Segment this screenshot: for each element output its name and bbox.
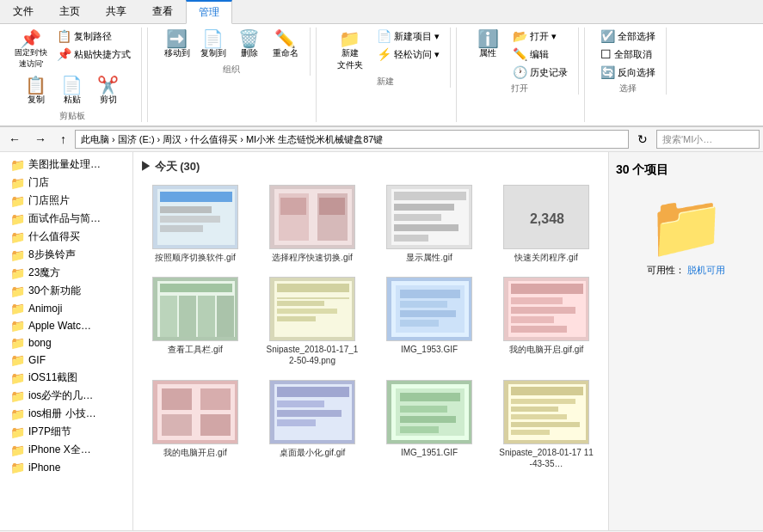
file-item-9[interactable]: 桌面最小化.gif.gif — [257, 376, 367, 473]
cut-button[interactable]: ✂️ 剪切 — [91, 74, 126, 108]
svg-rect-23 — [160, 284, 232, 292]
pin-icon: 📌 — [20, 30, 41, 47]
file-item-10[interactable]: IMG_1951.GIF — [374, 376, 484, 473]
file-item-7[interactable]: 我的电脑开启.gif.gif — [491, 273, 601, 370]
rightpanel-availability: 可用性： 脱机可用 — [647, 264, 725, 277]
new-folder-button[interactable]: 📁 新建文件夹 — [329, 28, 372, 74]
file-name-0: 按照顺序切换软件.gif — [155, 252, 235, 263]
sidebar-item-7[interactable]: 📁 30个新功能 — [0, 282, 132, 300]
file-thumb-3: 2,348 — [503, 185, 589, 249]
deselect-all-button[interactable]: ☐ 全部取消 — [597, 46, 659, 63]
sidebar-item-14[interactable]: 📁 ios相册 小技… — [0, 405, 132, 423]
copy-button[interactable]: 📋 复制 — [19, 74, 53, 108]
sidebar-item-8[interactable]: 📁 Animoji — [0, 300, 132, 317]
thumb-svg-11 — [504, 380, 588, 444]
tab-view[interactable]: 查看 — [139, 0, 186, 23]
history-button[interactable]: 🕐 历史记录 — [509, 64, 571, 81]
thumb-svg-4 — [153, 277, 237, 341]
file-item-4[interactable]: 查看工具栏.gif — [140, 273, 250, 370]
sidebar-item-6[interactable]: 📁 23魔方 — [0, 264, 132, 282]
tab-share[interactable]: 共享 — [93, 0, 139, 23]
pin-button[interactable]: 📌 固定到'快速访问' — [10, 28, 52, 72]
file-item-3[interactable]: 2,348 快速关闭程序.gif — [491, 181, 601, 266]
availability-value[interactable]: 脱机可用 — [687, 265, 725, 275]
copy-path-button[interactable]: 📋 复制路径 — [53, 28, 134, 45]
svg-rect-67 — [400, 426, 439, 433]
rename-button[interactable]: ✏️ 重命名 — [268, 28, 303, 62]
file-item-6[interactable]: IMG_1953.GIF — [374, 273, 484, 370]
folder-icon-13: 📁 — [10, 389, 25, 403]
select-all-button[interactable]: ☑️ 全部选择 — [597, 28, 659, 45]
sidebar-item-3[interactable]: 📁 面试作品与简… — [0, 210, 132, 228]
back-button[interactable]: ← — [3, 130, 26, 149]
ribbon-group-clipboard: 📌 固定到'快速访问' 📋 复制路径 📌 粘贴快捷方式 📋 — [3, 28, 142, 122]
search-box[interactable]: 搜索'MI小… — [656, 130, 760, 149]
copy-to-button[interactable]: 📄 复制到 — [196, 28, 231, 62]
sidebar-item-13[interactable]: 📁 ios必学的几… — [0, 387, 132, 405]
file-item-0[interactable]: 按照顺序切换软件.gif — [140, 181, 250, 266]
file-item-5[interactable]: Snipaste_2018-01-17_12-50-49.png — [257, 273, 367, 370]
sidebar-item-9[interactable]: 📁 Apple Watc… — [0, 317, 132, 334]
new-buttons: 📁 新建文件夹 📄 新建项目 ▾ ⚡ 轻松访问 ▾ — [329, 28, 443, 74]
refresh-button[interactable]: ↻ — [632, 130, 653, 149]
sidebar-item-11[interactable]: 📁 GIF — [0, 352, 132, 369]
easy-access-button[interactable]: ⚡ 轻松访问 ▾ — [373, 46, 443, 63]
sidebar-label-0: 美图批量处理… — [28, 157, 101, 172]
thumb-svg-7 — [504, 277, 588, 341]
folder-icon-3: 📁 — [10, 212, 25, 226]
sidebar-item-15[interactable]: 📁 IP7P细节 — [0, 423, 132, 441]
sidebar-item-17[interactable]: 📁 iPhone — [0, 459, 132, 476]
ribbon-tabs: 文件 主页 共享 查看 管理 — [0, 0, 763, 24]
deselect-all-icon: ☐ — [600, 47, 612, 61]
file-item-11[interactable]: Snipaste_2018-01-17 11-43-35… — [491, 376, 601, 473]
tab-file[interactable]: 文件 — [0, 0, 46, 23]
select-buttons: ☑️ 全部选择 ☐ 全部取消 🔄 反向选择 — [597, 28, 659, 81]
sidebar-item-12[interactable]: 📁 iOS11截图 — [0, 369, 132, 387]
address-path[interactable]: 此电脑 › 国济 (E:) › 周汉 › 什么值得买 › MI小米 生态链悦米机… — [75, 130, 629, 149]
sidebar-item-2[interactable]: 📁 门店照片 — [0, 192, 132, 210]
svg-rect-16 — [394, 214, 441, 221]
new-item-button[interactable]: 📄 新建项目 ▾ — [373, 28, 443, 45]
thumb-svg-0 — [153, 185, 237, 249]
file-item-2[interactable]: 显示属性.gif — [374, 181, 484, 266]
paste-shortcut-button[interactable]: 📌 粘贴快捷方式 — [53, 46, 134, 63]
file-item-8[interactable]: 我的电脑开启.gif — [140, 376, 250, 473]
svg-rect-15 — [394, 204, 454, 211]
tab-home[interactable]: 主页 — [46, 0, 93, 23]
thumb-svg-3: 2,348 — [504, 185, 588, 249]
copy-path-icon: 📋 — [57, 29, 71, 43]
sidebar-item-0[interactable]: 📁 美图批量处理… — [0, 156, 132, 174]
svg-rect-17 — [394, 224, 458, 231]
sidebar-item-10[interactable]: 📁 bong — [0, 334, 132, 352]
invert-selection-button[interactable]: 🔄 反向选择 — [597, 64, 659, 81]
svg-rect-58 — [277, 401, 324, 407]
svg-rect-41 — [400, 320, 439, 327]
delete-button[interactable]: 🗑️ 删除 — [232, 28, 267, 62]
sidebar-item-1[interactable]: 📁 门店 — [0, 174, 132, 192]
move-to-button[interactable]: ➡️ 移动到 — [160, 28, 194, 62]
up-button[interactable]: ↑ — [55, 130, 71, 149]
select-all-label: 全部选择 — [618, 30, 655, 43]
sidebar-item-5[interactable]: 📁 8步换铃声 — [0, 246, 132, 264]
paste-button[interactable]: 📄 粘贴 — [55, 74, 89, 108]
file-thumb-0 — [152, 185, 238, 249]
new-item-icon: 📄 — [377, 29, 391, 43]
file-item-1[interactable]: 选择程序快速切换.gif — [257, 181, 367, 266]
file-grid: 按照顺序切换软件.gif 选择程序快速切换.gif — [140, 181, 601, 473]
file-name-2: 显示属性.gif — [406, 252, 452, 263]
tab-manage[interactable]: 管理 — [186, 0, 232, 24]
forward-button[interactable]: → — [29, 130, 52, 149]
folder-icon-2: 📁 — [10, 194, 25, 208]
open-label: 打开 ▾ — [530, 30, 557, 43]
svg-rect-3 — [160, 206, 212, 213]
sidebar-item-4[interactable]: 📁 什么值得买 — [0, 228, 132, 246]
open-button[interactable]: 📂 打开 ▾ — [509, 28, 571, 45]
edit-button[interactable]: ✏️ 编辑 — [509, 46, 571, 63]
thumb-svg-1 — [270, 185, 354, 249]
sidebar-item-16[interactable]: 📁 iPhone X全… — [0, 441, 132, 459]
properties-button[interactable]: ℹ️ 属性 — [469, 28, 508, 62]
rename-label: 重命名 — [273, 47, 298, 59]
sidebar-label-8: Animoji — [28, 303, 62, 315]
svg-rect-65 — [400, 406, 447, 413]
move-to-icon: ➡️ — [166, 30, 188, 47]
